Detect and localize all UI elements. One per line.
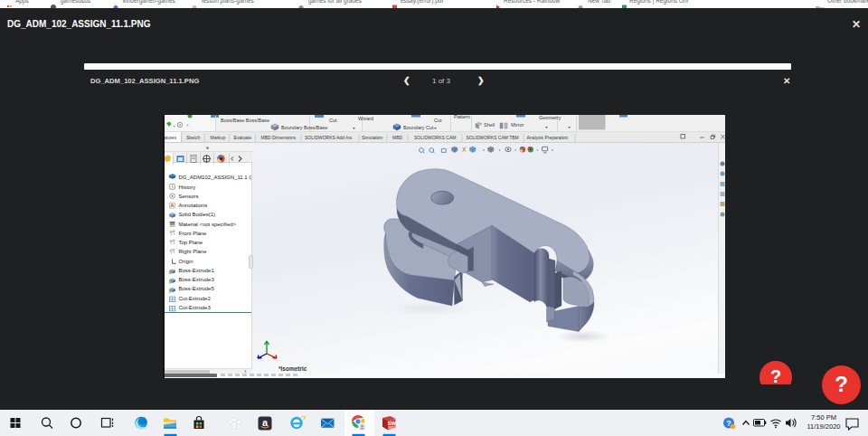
svg-text:DG_ADM102_ASSIGN_11.1 (Defa: DG_ADM102_ASSIGN_11.1 (Defa xyxy=(179,175,252,180)
svg-text:A: A xyxy=(170,203,175,208)
svg-text:Front Plane: Front Plane xyxy=(179,230,208,235)
svg-text:Right Plane: Right Plane xyxy=(179,249,208,254)
svg-text:2020: 2020 xyxy=(388,426,395,430)
svg-text:Boss-Extrude1: Boss-Extrude1 xyxy=(179,267,215,272)
svg-text:Cut-Extrude2: Cut-Extrude2 xyxy=(179,295,211,300)
svg-text:History: History xyxy=(179,184,196,189)
svg-text:Origin: Origin xyxy=(179,258,193,263)
svg-text:Sensors: Sensors xyxy=(179,193,199,198)
svg-text:Top Plane: Top Plane xyxy=(179,240,203,245)
svg-text:Boss-Extrude3: Boss-Extrude3 xyxy=(179,277,215,282)
svg-text:Cut-Extrude3: Cut-Extrude3 xyxy=(179,305,212,310)
svg-text:a: a xyxy=(262,417,269,428)
svg-text:*Isometric: *Isometric xyxy=(278,365,307,372)
svg-text:Solid Bodies(1): Solid Bodies(1) xyxy=(179,212,216,217)
svg-text:Annotations: Annotations xyxy=(179,203,208,208)
svg-text:Material <not specified>: Material <not specified> xyxy=(179,221,237,226)
svg-text:Boss-Extrude5: Boss-Extrude5 xyxy=(179,286,215,291)
svg-text:SW: SW xyxy=(387,421,396,426)
